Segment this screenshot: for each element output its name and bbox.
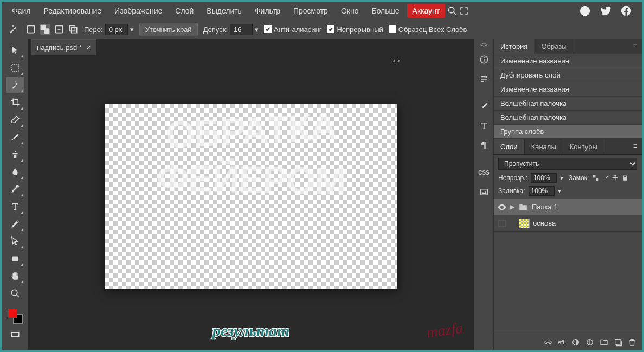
tab-patterns[interactable]: Образы bbox=[534, 39, 574, 54]
history-item[interactable]: Группа слоёв bbox=[494, 125, 642, 139]
adjustment-layer-icon[interactable] bbox=[585, 338, 594, 347]
brush-tool[interactable] bbox=[6, 129, 24, 145]
menu-window[interactable]: Окно bbox=[336, 3, 364, 18]
tab-close-icon[interactable]: × bbox=[86, 43, 91, 52]
blend-mode-select[interactable]: Пропустить bbox=[498, 158, 637, 170]
layer-row[interactable]: основа bbox=[494, 215, 642, 232]
facebook-icon[interactable] bbox=[620, 5, 632, 17]
history-item[interactable]: Изменение названия bbox=[494, 82, 642, 97]
history-item[interactable]: Волшебная палочка bbox=[494, 97, 642, 111]
document-tab[interactable]: надпись.psd * × bbox=[31, 39, 96, 55]
lock-paint-icon[interactable] bbox=[602, 174, 609, 182]
clone-tool[interactable] bbox=[6, 146, 24, 163]
panel-collapse-icon[interactable]: >> bbox=[392, 57, 401, 64]
sel-subtract-icon[interactable] bbox=[54, 24, 65, 35]
tolerance-dropdown-icon[interactable]: ▾ bbox=[255, 25, 259, 34]
lock-transparency-icon[interactable] bbox=[592, 174, 600, 182]
layers-list: ▶ Папка 1 основа bbox=[494, 199, 642, 334]
quickmask-toggle[interactable] bbox=[6, 327, 24, 343]
adjustments-panel-icon[interactable] bbox=[474, 69, 493, 89]
fill-input[interactable] bbox=[529, 186, 555, 196]
feather-dropdown-icon[interactable]: ▾ bbox=[130, 25, 134, 34]
twitter-icon[interactable] bbox=[600, 5, 611, 17]
brushes-panel-icon[interactable] bbox=[474, 97, 493, 116]
refine-edge-button[interactable]: Уточнить край bbox=[139, 23, 198, 36]
signature: mazfa bbox=[426, 319, 464, 341]
menu-file[interactable]: Фаил bbox=[7, 3, 36, 18]
paragraph-panel-icon[interactable] bbox=[474, 136, 493, 155]
svg-rect-16 bbox=[480, 189, 488, 195]
account-button[interactable]: Аккаунт bbox=[407, 4, 446, 18]
canvas[interactable]: ОБРАТКА ФЕЙЕРОМ bbox=[105, 104, 397, 289]
fullscreen-icon[interactable] bbox=[459, 6, 469, 16]
sel-new-icon[interactable] bbox=[25, 24, 36, 35]
antialias-toggle[interactable]: ✔Анти-алиасинг bbox=[264, 25, 321, 34]
tab-channels[interactable]: Каналы bbox=[525, 139, 563, 154]
new-layer-icon[interactable] bbox=[614, 338, 622, 347]
fx-icon[interactable]: eff. bbox=[558, 339, 566, 345]
menu-more[interactable]: Больше bbox=[366, 3, 404, 18]
opacity-dropdown-icon[interactable]: ▾ bbox=[560, 174, 563, 182]
tab-layers[interactable]: Слои bbox=[494, 139, 525, 154]
history-list: Изменение названия Дублировать слой Изме… bbox=[494, 54, 642, 139]
menu-edit[interactable]: Редактирование bbox=[38, 3, 107, 18]
history-item[interactable]: Дублировать слой bbox=[494, 68, 642, 82]
eraser-tool[interactable] bbox=[6, 112, 24, 128]
history-item[interactable]: Изменение названия bbox=[494, 54, 642, 68]
tab-paths[interactable]: Контуры bbox=[563, 139, 604, 154]
fill-label: Заливка: bbox=[498, 187, 525, 195]
expand-icon[interactable]: ▶ bbox=[510, 203, 514, 210]
visibility-icon[interactable] bbox=[497, 219, 507, 228]
lock-move-icon[interactable] bbox=[611, 174, 619, 182]
fill-dropdown-icon[interactable]: ▾ bbox=[558, 187, 561, 195]
link-layers-icon[interactable] bbox=[544, 338, 552, 347]
crop-tool[interactable] bbox=[6, 94, 24, 111]
feather-input[interactable] bbox=[105, 24, 128, 35]
eyedropper-tool[interactable] bbox=[6, 181, 24, 197]
visibility-icon[interactable] bbox=[497, 202, 507, 212]
layers-panel-menu-icon[interactable]: ≡ bbox=[629, 139, 642, 154]
hand-tool[interactable] bbox=[6, 268, 24, 284]
character-panel-icon[interactable] bbox=[474, 116, 493, 136]
lock-all-icon[interactable] bbox=[621, 174, 629, 182]
search-icon[interactable] bbox=[447, 6, 457, 16]
image-panel-icon[interactable] bbox=[474, 182, 493, 202]
css-panel-icon[interactable]: CSS bbox=[474, 163, 493, 182]
menu-image[interactable]: Изображение bbox=[109, 3, 168, 18]
marquee-tool[interactable] bbox=[6, 60, 24, 76]
tolerance-input[interactable] bbox=[230, 24, 253, 35]
history-panel-menu-icon[interactable]: ≡ bbox=[629, 39, 642, 54]
zoom-tool[interactable] bbox=[6, 285, 24, 302]
layer-name[interactable]: Папка 1 bbox=[532, 203, 558, 211]
menu-select[interactable]: Выделить bbox=[201, 3, 247, 18]
sel-intersect-icon[interactable] bbox=[68, 24, 79, 35]
history-item[interactable]: Волшебная палочка bbox=[494, 111, 642, 125]
layer-name[interactable]: основа bbox=[533, 219, 556, 227]
tab-history[interactable]: История bbox=[494, 39, 534, 54]
menu-layer[interactable]: Слой bbox=[170, 3, 199, 18]
pen-tool[interactable] bbox=[6, 216, 24, 232]
new-folder-icon[interactable] bbox=[600, 338, 608, 347]
reddit-icon[interactable] bbox=[579, 5, 591, 17]
sel-add-icon[interactable] bbox=[40, 24, 50, 35]
svg-rect-5 bbox=[58, 29, 61, 30]
move-tool[interactable] bbox=[6, 42, 24, 59]
contiguous-toggle[interactable]: ✔Непрерывный bbox=[327, 25, 383, 34]
menu-filter[interactable]: Фильтр bbox=[249, 3, 286, 18]
path-select-tool[interactable] bbox=[6, 233, 24, 249]
fg-color-swatch[interactable] bbox=[8, 309, 17, 318]
blur-tool[interactable] bbox=[6, 164, 24, 180]
wand-tool-icon[interactable] bbox=[8, 24, 18, 35]
type-tool[interactable] bbox=[6, 199, 24, 215]
opacity-input[interactable] bbox=[531, 173, 557, 183]
delete-layer-icon[interactable] bbox=[628, 338, 636, 347]
layer-row[interactable]: ▶ Папка 1 bbox=[494, 199, 642, 215]
color-swatches[interactable] bbox=[6, 307, 24, 325]
shape-tool[interactable] bbox=[6, 251, 24, 267]
sample-all-toggle[interactable]: Образец Всех Слоёв bbox=[389, 25, 467, 34]
wand-tool[interactable] bbox=[6, 77, 24, 93]
menu-view[interactable]: Просмотр bbox=[288, 3, 333, 18]
info-panel-icon[interactable] bbox=[474, 50, 493, 69]
panel-expand-icon[interactable]: <> bbox=[474, 39, 493, 50]
mask-icon[interactable] bbox=[571, 338, 580, 347]
